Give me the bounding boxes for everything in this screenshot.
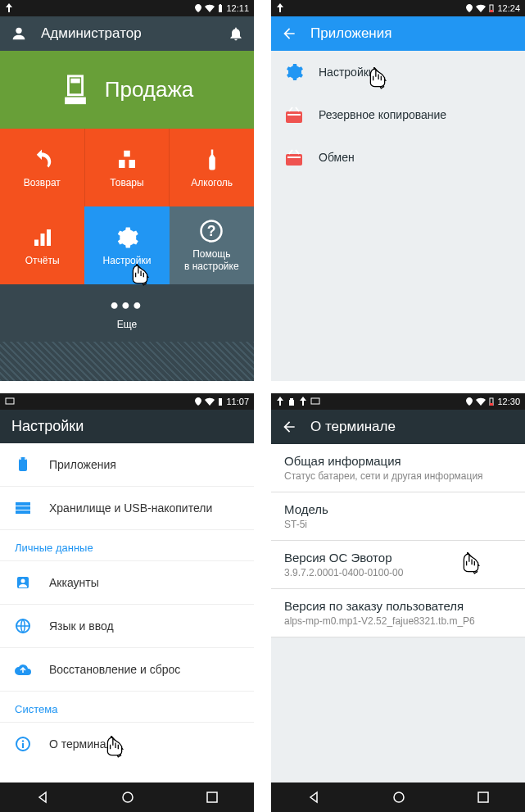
svg-point-20: [20, 458, 21, 460]
item-label: О терминале: [49, 737, 120, 751]
reports-tile[interactable]: Отчёты: [0, 206, 84, 284]
register-icon: [61, 74, 90, 107]
settings-item-accounts[interactable]: Аккаунты: [0, 561, 254, 605]
return-label: Возврат: [24, 177, 61, 188]
cloud-icon: [15, 661, 31, 678]
nav-bar: [271, 783, 525, 812]
settings-label: Настройки: [103, 255, 152, 266]
status-time: 12:11: [226, 3, 249, 13]
more-tile[interactable]: ●●● Еще: [0, 284, 254, 342]
alcohol-label: Алкоголь: [191, 177, 233, 188]
settings-item-apps[interactable]: Приложения: [0, 443, 254, 487]
svg-rect-18: [6, 398, 14, 404]
settings-item-about[interactable]: О терминале: [0, 723, 254, 765]
gear-icon: [115, 225, 139, 250]
item-label: Общая информация: [284, 454, 512, 468]
location-icon: [195, 4, 201, 12]
svg-point-36: [394, 792, 404, 802]
about-item-model[interactable]: Модель ST-5i: [271, 492, 525, 541]
svg-rect-35: [490, 403, 493, 406]
nav-recent-icon[interactable]: [206, 792, 218, 803]
svg-rect-11: [47, 229, 51, 246]
app-item-exchange[interactable]: Обмен: [271, 136, 525, 179]
svg-rect-37: [478, 792, 488, 802]
svg-point-2: [16, 28, 21, 34]
svg-rect-15: [490, 10, 493, 12]
svg-rect-24: [16, 510, 30, 514]
alcohol-tile[interactable]: Алкоголь: [170, 129, 254, 206]
apps-screen: 12:24 Приложения Настройки Резервное коп…: [271, 0, 525, 381]
upload-icon: [276, 397, 284, 406]
globe-icon: [15, 618, 31, 634]
svg-point-29: [22, 740, 24, 742]
nav-home-icon[interactable]: [392, 791, 405, 804]
screen-icon: [5, 397, 15, 406]
battery-low-icon: [489, 397, 494, 406]
svg-rect-22: [16, 502, 30, 506]
goods-icon: [115, 147, 139, 172]
basket-icon: [284, 147, 304, 167]
header-title: Настройки: [11, 418, 84, 434]
nav-back-icon[interactable]: [307, 791, 320, 804]
svg-rect-9: [34, 239, 38, 246]
return-icon: [29, 147, 54, 172]
sale-label: Продажа: [105, 77, 194, 102]
basket-icon: [284, 105, 304, 125]
upload-icon: [276, 3, 284, 13]
about-item-os-version[interactable]: Версия ОС Эвотор 3.9.7.2.0001-0400-0100-…: [271, 541, 525, 589]
svg-rect-32: [207, 792, 217, 802]
item-label: Версия по заказу пользователя: [284, 599, 512, 613]
home-screen: 12:11 Администратор Продажа Возврат Това…: [0, 0, 254, 381]
location-icon: [466, 397, 473, 406]
svg-rect-16: [286, 111, 302, 123]
about-item-build[interactable]: Версия по заказу пользователя alps-mp-m0…: [271, 589, 525, 637]
settings-list: Приложения Хранилище и USB-накопители Ли…: [0, 443, 254, 783]
svg-point-26: [21, 579, 25, 583]
tile-grid: Продажа Возврат Товары Алкоголь Отчёты: [0, 51, 254, 381]
svg-rect-19: [219, 398, 222, 406]
app-item-settings[interactable]: Настройки: [271, 51, 525, 93]
return-tile[interactable]: Возврат: [0, 129, 84, 206]
item-sub: 3.9.7.2.0001-0400-0100-00: [284, 567, 512, 578]
bell-icon[interactable]: [228, 25, 244, 42]
settings-tile[interactable]: Настройки: [84, 206, 169, 284]
svg-rect-1: [220, 4, 221, 5]
battery-icon: [218, 4, 223, 12]
about-screen: 12:30 О терминале Общая информация Стату…: [271, 393, 525, 812]
svg-rect-0: [219, 5, 222, 12]
svg-rect-23: [16, 506, 30, 510]
battery-low-icon: [489, 4, 494, 12]
app-item-label: Настройки: [319, 66, 375, 79]
account-icon: [15, 574, 31, 591]
screen-icon: [310, 397, 320, 406]
upload-icon: [5, 3, 13, 13]
app-item-label: Резервное копирование: [319, 108, 446, 121]
nav-recent-icon[interactable]: [477, 792, 489, 803]
goods-label: Товары: [110, 177, 143, 188]
item-label: Версия ОС Эвотор: [284, 551, 512, 565]
goods-tile[interactable]: Товары: [84, 129, 170, 206]
sale-tile[interactable]: Продажа: [0, 51, 254, 129]
settings-item-storage[interactable]: Хранилище и USB-накопители: [0, 487, 254, 530]
more-dots-icon: ●●●: [110, 297, 144, 314]
app-header: Приложения: [271, 16, 525, 51]
item-sub: Статус батареи, сети и другая информация: [284, 470, 512, 482]
settings-item-language[interactable]: Язык и ввод: [0, 605, 254, 648]
about-item-general[interactable]: Общая информация Статус батареи, сети и …: [271, 444, 525, 492]
svg-point-21: [25, 458, 26, 460]
back-icon[interactable]: [281, 25, 297, 42]
reports-label: Отчёты: [25, 255, 60, 266]
wifi-icon: [205, 4, 215, 12]
settings-item-restore[interactable]: Восстановление и сброс: [0, 648, 254, 692]
back-icon[interactable]: [281, 419, 297, 435]
item-sub: ST-5i: [284, 519, 512, 530]
about-list: Общая информация Статус батареи, сети и …: [271, 444, 525, 783]
gear-icon: [284, 62, 304, 82]
svg-rect-7: [119, 160, 125, 168]
help-tile[interactable]: ? Помощь в настройке: [170, 206, 254, 284]
app-item-backup[interactable]: Резервное копирование: [271, 93, 525, 136]
item-label: Хранилище и USB-накопители: [49, 501, 212, 515]
nav-back-icon[interactable]: [36, 791, 49, 804]
nav-home-icon[interactable]: [121, 791, 134, 804]
svg-text:?: ?: [207, 223, 216, 239]
